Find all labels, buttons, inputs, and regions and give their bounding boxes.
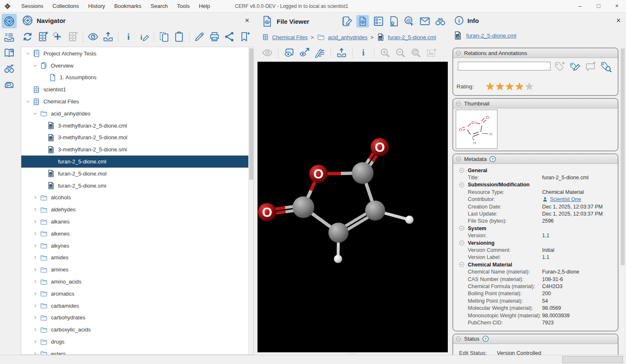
collapse-icon[interactable]: [459, 167, 465, 173]
remove-cabinet-icon[interactable]: [67, 31, 78, 43]
info-close-button[interactable]: ×: [614, 16, 623, 25]
star-icon[interactable]: ★: [495, 80, 505, 92]
chevron-right-icon[interactable]: [32, 291, 38, 297]
info-icon[interactable]: [123, 31, 134, 43]
tree-item-file[interactable]: furan-2_5-dione.smi: [21, 180, 253, 192]
relations-section-header[interactable]: Relations and Annotations: [453, 48, 618, 58]
star-icon[interactable]: ★: [505, 80, 515, 92]
horizontal-scrollbar-thumb[interactable]: [562, 356, 623, 363]
info-scrollbar-thumb[interactable]: [621, 48, 625, 265]
menu-bookmarks[interactable]: Bookmarks: [110, 0, 146, 12]
chevron-right-icon[interactable]: [32, 218, 38, 225]
file-eye-active-button[interactable]: [356, 15, 369, 28]
tree-item-folder[interactable]: amines: [21, 264, 253, 276]
copy-icon[interactable]: [158, 31, 170, 43]
tag-search-icon[interactable]: [600, 61, 612, 73]
info-icon[interactable]: [358, 47, 369, 58]
help-icon[interactable]: [482, 335, 489, 342]
chevron-right-icon[interactable]: [32, 254, 38, 261]
add-item-icon[interactable]: [52, 31, 63, 43]
tree-item-acid-anhydrides[interactable]: acid_anhydrides: [21, 108, 253, 120]
chevron-right-icon[interactable]: [32, 339, 38, 345]
eye-box-icon[interactable]: [283, 47, 295, 58]
tree-item-scientist1[interactable]: scientist1: [21, 83, 253, 95]
tree-item-chemical-files[interactable]: Chemical Files: [21, 95, 253, 108]
help-icon[interactable]: [489, 156, 496, 163]
chevron-right-icon[interactable]: [32, 206, 38, 213]
envelope-icon[interactable]: [419, 15, 431, 27]
tree-item-folder[interactable]: aromatics: [21, 288, 253, 300]
chevron-right-icon[interactable]: [32, 266, 38, 273]
collapse-icon[interactable]: [459, 182, 465, 188]
molecule-3d-view[interactable]: O O O: [257, 62, 448, 352]
chevron-right-icon[interactable]: [32, 351, 38, 355]
collapse-icon[interactable]: [455, 156, 462, 162]
maximize-button[interactable]: □: [589, 0, 608, 12]
minimize-button[interactable]: –: [571, 0, 589, 12]
tree-item-folder[interactable]: carbamides: [21, 300, 253, 312]
tree-item-file[interactable]: 3-methylfuran-2_5-dione.cml: [21, 120, 253, 132]
status-section-header[interactable]: Status: [453, 334, 618, 344]
tree-scrollbar[interactable]: [248, 47, 253, 354]
view-icon[interactable]: [87, 31, 99, 43]
menu-search[interactable]: Search: [146, 0, 172, 12]
tree-item-folder[interactable]: amino_acids: [21, 276, 253, 288]
menu-tools[interactable]: Tools: [172, 0, 194, 12]
star-icon[interactable]: ★: [515, 80, 524, 92]
chevron-right-icon[interactable]: [32, 326, 38, 333]
bottom-scrollbar[interactable]: [0, 355, 626, 364]
star-icon[interactable]: ★: [485, 80, 495, 92]
activity-notebook-button[interactable]: [2, 45, 17, 60]
menu-history[interactable]: History: [83, 0, 109, 12]
add-bookmark-icon[interactable]: [239, 31, 250, 43]
tree-scrollbar-thumb[interactable]: [249, 48, 253, 180]
activity-resources-button[interactable]: [2, 77, 17, 92]
form-icon[interactable]: [373, 15, 384, 27]
tree-item-file[interactable]: 3-methylfuran-2_5-dione.smi: [21, 143, 253, 156]
tree-item-file-selected[interactable]: furan-2_5-dione.cml: [21, 156, 253, 168]
menu-help[interactable]: Help: [194, 0, 215, 12]
tree-item-overview[interactable]: Overview: [21, 60, 253, 72]
chevron-down-icon[interactable]: [25, 98, 31, 105]
chevron-right-icon[interactable]: [32, 314, 38, 321]
relations-input[interactable]: [458, 62, 550, 70]
zoom-out-icon[interactable]: [395, 47, 406, 58]
rating-stars[interactable]: ★★★★★: [485, 81, 534, 92]
metadata-group[interactable]: General: [453, 167, 618, 174]
tree-item-folder[interactable]: alkenes: [21, 228, 253, 240]
activity-navigator-button[interactable]: [2, 14, 17, 28]
tags-edit-icon[interactable]: [569, 61, 581, 73]
chevron-right-icon[interactable]: [32, 303, 38, 309]
metadata-section-header[interactable]: Metadata: [453, 154, 618, 164]
metadata-group[interactable]: Submission/Modification: [453, 181, 618, 188]
chevron-right-icon[interactable]: [32, 279, 38, 285]
contributor-link[interactable]: Scientist One: [550, 196, 581, 202]
print-pdf-icon[interactable]: [209, 31, 220, 43]
tree-item-folder[interactable]: alcohols: [21, 192, 253, 204]
breadcrumb-chemical-files[interactable]: Chemical Files: [272, 34, 308, 40]
collapse-icon[interactable]: [455, 336, 462, 342]
info-file-link[interactable]: furan-2_5-dione.cml: [466, 33, 516, 39]
refresh-icon[interactable]: [22, 31, 33, 43]
collapse-icon[interactable]: [459, 240, 465, 246]
tree-item-folder[interactable]: drugs: [21, 336, 253, 348]
collapse-icon[interactable]: [455, 50, 462, 56]
tree-item-assumptions[interactable]: 1. Assumptions: [21, 72, 253, 84]
certificate-icon[interactable]: [388, 15, 400, 27]
tag-plus-icon[interactable]: [554, 61, 565, 73]
annotate-icon[interactable]: [314, 47, 326, 58]
snapshot-icon[interactable]: [426, 47, 437, 58]
chevron-down-icon[interactable]: [32, 110, 38, 117]
tree-item-folder[interactable]: alkanes: [21, 216, 253, 228]
chevron-right-icon[interactable]: [32, 194, 38, 201]
import-icon[interactable]: [102, 31, 114, 43]
share-icon[interactable]: [224, 31, 235, 43]
tree-item-folder[interactable]: amides: [21, 252, 253, 264]
eye-arrow-icon[interactable]: [299, 47, 310, 58]
tree-item-folder[interactable]: carboxylic_acids: [21, 324, 253, 336]
tree-item-folder[interactable]: alkynes: [21, 240, 253, 252]
chevron-down-icon[interactable]: [25, 50, 31, 57]
tree-item-file[interactable]: 3-methylfuran-2_5-dione.mol: [21, 132, 253, 144]
breadcrumb-current-file[interactable]: furan-2_5-dione.cml: [388, 34, 436, 40]
metadata-group[interactable]: Versioning: [453, 239, 618, 246]
